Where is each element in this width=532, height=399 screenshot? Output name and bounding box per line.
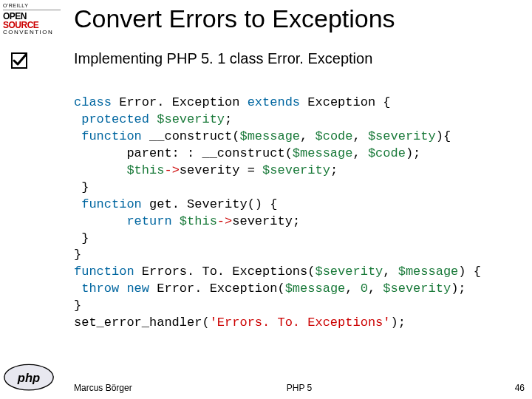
code-token-var: $severity bbox=[368, 129, 436, 143]
code-token-kw: throw new bbox=[81, 282, 149, 296]
code-token-kw: protected bbox=[81, 112, 149, 126]
code-block: class Error. Exception extends Exception… bbox=[74, 95, 528, 332]
php-logo: php bbox=[3, 364, 55, 392]
logo-convention-text: CONVENTION bbox=[3, 30, 61, 35]
code-token-var: $this bbox=[180, 214, 217, 228]
code-token-kw: function bbox=[81, 129, 142, 143]
code-token-kw: extends bbox=[248, 95, 300, 109]
code-token-op: -> bbox=[164, 163, 179, 177]
code-token-var: $severity bbox=[315, 265, 383, 279]
code-token-var: $code bbox=[368, 146, 406, 160]
code-token-num: 0 bbox=[361, 282, 368, 296]
code-token-var: $severity bbox=[157, 112, 225, 126]
code-token-str: 'Errors. To. Exceptions' bbox=[210, 316, 391, 330]
slide: O'REILLY OPEN SOURCE CONVENTION php Conv… bbox=[0, 0, 532, 399]
footer-page-number: 46 bbox=[515, 383, 525, 393]
footer: Marcus Börger PHP 5 46 bbox=[74, 383, 525, 393]
oreilly-logo: O'REILLY OPEN SOURCE CONVENTION bbox=[3, 3, 61, 43]
code-token-var: $code bbox=[315, 129, 352, 143]
footer-center: PHP 5 bbox=[74, 383, 525, 393]
code-token-kw: return bbox=[126, 214, 171, 228]
slide-subtitle: Implementing PHP 5. 1 class Error. Excep… bbox=[74, 50, 525, 67]
code-token-var: $message bbox=[398, 265, 459, 279]
code-token-op: -> bbox=[217, 214, 232, 228]
code-token-var: $this bbox=[126, 163, 164, 177]
code-token-var: $message bbox=[285, 282, 346, 296]
svg-text:php: php bbox=[17, 371, 40, 385]
code-token-var: $severity bbox=[262, 163, 330, 177]
code-token-kw: class bbox=[74, 95, 112, 109]
logo-top-text: O'REILLY bbox=[3, 3, 61, 10]
code-token-kw: function bbox=[74, 265, 134, 279]
slide-title: Convert Errors to Exceptions bbox=[74, 4, 525, 33]
code-token-var: $severity bbox=[383, 282, 451, 296]
code-token-kw: function bbox=[81, 197, 142, 211]
code-token-var: $message bbox=[293, 146, 353, 160]
code-token-var: $message bbox=[239, 129, 300, 143]
left-column: O'REILLY OPEN SOURCE CONVENTION php bbox=[0, 0, 64, 399]
checkmark-icon bbox=[10, 52, 28, 69]
